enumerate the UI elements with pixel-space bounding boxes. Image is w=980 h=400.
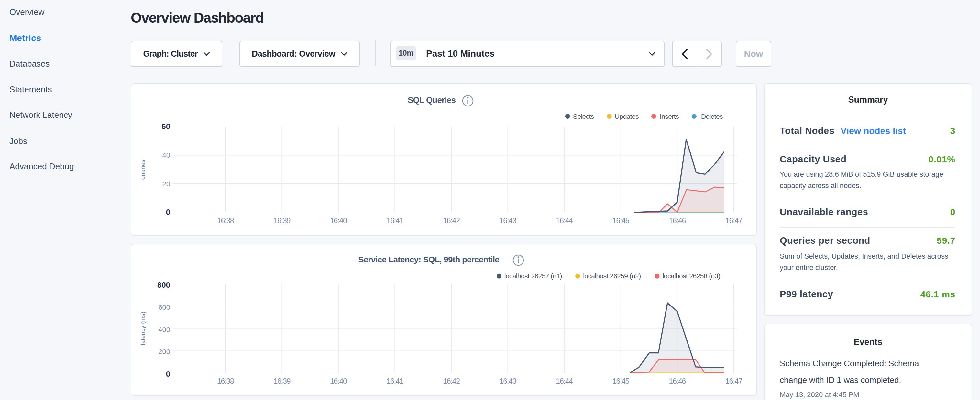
svg-text:0: 0 [166, 370, 170, 378]
svg-text:16:43: 16:43 [500, 217, 516, 225]
svg-text:16:42: 16:42 [443, 377, 460, 386]
svg-text:60: 60 [161, 122, 170, 131]
svg-text:SQL Queries: SQL Queries [408, 95, 456, 105]
svg-text:16:47: 16:47 [725, 217, 742, 225]
svg-text:400: 400 [158, 325, 170, 334]
svg-text:16:38: 16:38 [217, 217, 234, 225]
svg-text:600: 600 [158, 303, 170, 311]
svg-text:Updates: Updates [615, 113, 639, 120]
svg-text:16:45: 16:45 [612, 217, 629, 225]
svg-text:16:47: 16:47 [725, 377, 742, 386]
svg-text:Selects: Selects [573, 113, 594, 120]
svg-text:800: 800 [157, 280, 170, 289]
svg-text:localhost:26258 (n3): localhost:26258 (n3) [663, 272, 720, 280]
svg-text:16:39: 16:39 [274, 377, 291, 386]
svg-text:Service Latency: SQL, 99th per: Service Latency: SQL, 99th percentile [358, 255, 499, 265]
svg-text:16:46: 16:46 [669, 377, 686, 386]
svg-text:16:44: 16:44 [556, 377, 573, 386]
svg-text:16:42: 16:42 [443, 217, 460, 225]
svg-text:20: 20 [162, 180, 170, 188]
svg-text:16:46: 16:46 [669, 217, 686, 225]
svg-text:queries: queries [140, 159, 146, 180]
svg-text:16:41: 16:41 [387, 377, 404, 386]
svg-text:localhost:26257 (n1): localhost:26257 (n1) [504, 272, 562, 280]
svg-text:40: 40 [162, 151, 170, 159]
svg-text:Deletes: Deletes [701, 113, 723, 120]
svg-text:16:41: 16:41 [387, 217, 404, 225]
svg-text:16:45: 16:45 [612, 377, 629, 386]
svg-text:16:40: 16:40 [330, 377, 347, 386]
svg-text:latency (ms): latency (ms) [140, 312, 146, 345]
svg-text:localhost:26259 (n2): localhost:26259 (n2) [583, 272, 641, 280]
svg-text:16:39: 16:39 [274, 217, 291, 225]
svg-text:Inserts: Inserts [660, 113, 679, 120]
svg-text:16:44: 16:44 [556, 217, 573, 225]
svg-text:16:38: 16:38 [217, 377, 234, 386]
svg-text:16:43: 16:43 [500, 377, 516, 386]
svg-text:0: 0 [166, 208, 170, 217]
svg-text:200: 200 [158, 347, 170, 356]
svg-text:16:40: 16:40 [330, 217, 347, 225]
